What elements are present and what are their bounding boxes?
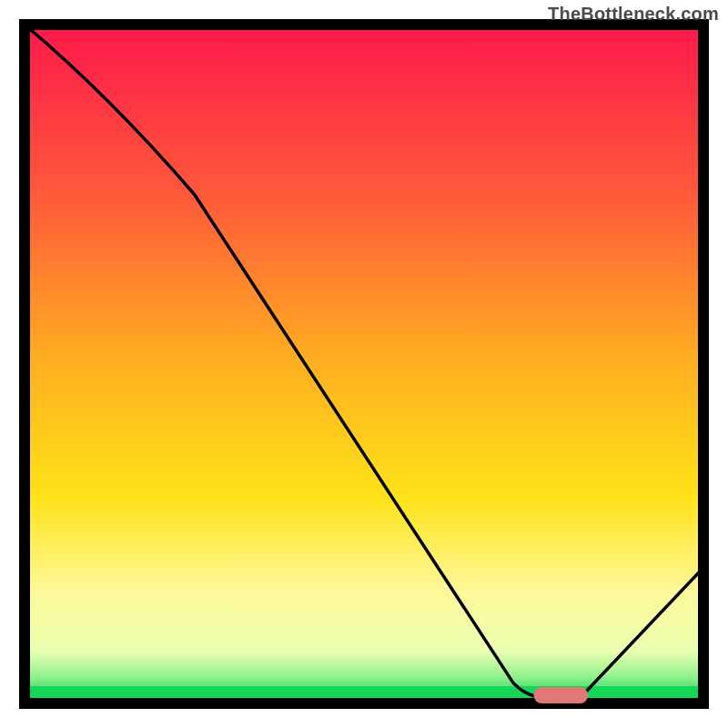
plot-background	[30, 30, 698, 698]
chart-container: TheBottleneck.com	[0, 0, 728, 728]
bottleneck-chart	[0, 0, 728, 728]
green-baseline	[30, 686, 698, 698]
watermark-text: TheBottleneck.com	[548, 4, 719, 25]
optimal-region-marker	[534, 687, 589, 703]
